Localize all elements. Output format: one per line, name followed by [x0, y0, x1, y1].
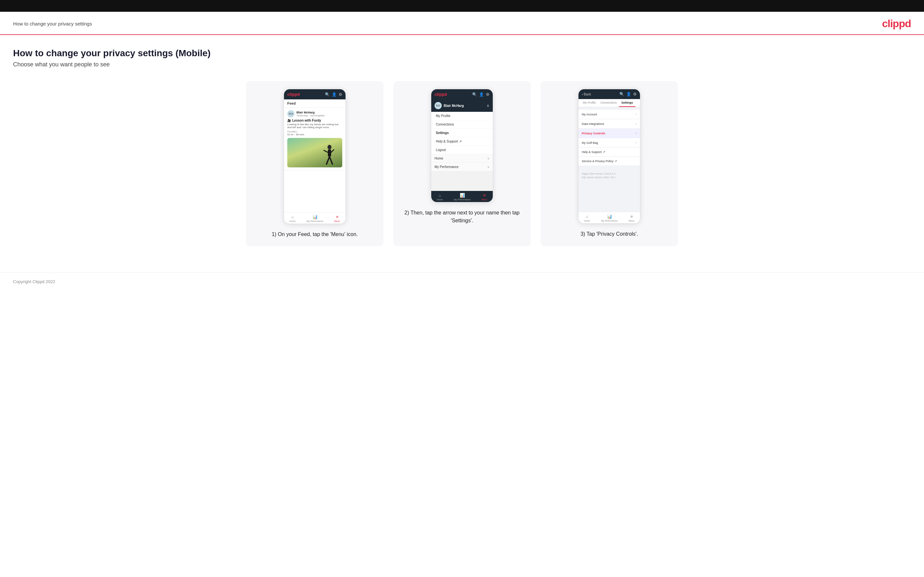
menu-overlay: BM Blair McHarg ∧ My Profile Connections… [431, 99, 493, 191]
settings-item-mygolfbag[interactable]: My Golf Bag › [578, 138, 640, 147]
main-content: How to change your privacy settings (Mob… [0, 35, 924, 266]
nav3-menu[interactable]: ≡ Menu [629, 214, 635, 222]
phone1-topbar: clippd 🔍 👤 ⚙ [284, 89, 346, 99]
lesson-desc: Looking to feel like my hands are exitin… [287, 123, 342, 129]
settings-icon3: ⚙ [633, 92, 637, 97]
dataintegrations-label: Data Integrations [582, 122, 604, 126]
step-3-phone: ‹ Back 🔍 👤 ⚙ My Profile Connections Sett… [578, 89, 640, 224]
step-3-caption: 3) Tap 'Privacy Controls'. [580, 230, 638, 238]
lesson-title: 🎥 Lesson with Fordy [287, 119, 342, 122]
privacycontrols-label: Privacy Controls [582, 132, 605, 135]
feed-golf-image [287, 138, 342, 168]
page-subheading: Choose what you want people to see [13, 61, 911, 68]
phone1-bottom-nav: ⌂ Home 📊 My Performance ≡ Menu [284, 212, 346, 224]
post-author-name: Blair McHarg [296, 111, 325, 114]
settings-item-helpsupport[interactable]: Help & Support ↗ [578, 148, 640, 156]
tab-connections[interactable]: Connections [598, 99, 619, 107]
nav-menu[interactable]: ≡ Menu [334, 214, 340, 222]
nav3-home: ⌂ Home [584, 214, 590, 222]
duration-value: 01 hr : 30 min [287, 133, 342, 136]
feed-post: BM Blair McHarg Yesterday · Sunningdale … [284, 108, 346, 170]
phone1-icons: 🔍 👤 ⚙ [325, 92, 342, 97]
menu-icon3[interactable]: ≡ [630, 214, 633, 219]
back-button[interactable]: ‹ Back [582, 92, 591, 96]
header-title: How to change your privacy settings [13, 21, 92, 26]
privacycontrols-chevron: › [636, 131, 637, 135]
nav-performance-label: My Performance [307, 220, 323, 222]
step-2-caption: 2) Then, tap the arrow next to your name… [401, 209, 523, 225]
svg-rect-1 [328, 149, 331, 156]
duration: Duration [287, 130, 342, 133]
search-icon2: 🔍 [472, 92, 477, 97]
avatar: BM [287, 110, 294, 118]
tab-settings[interactable]: Settings [619, 99, 635, 107]
post-header: BM Blair McHarg Yesterday · Sunningdale [287, 110, 342, 118]
menu-performance-label: My Performance [435, 165, 459, 169]
menu-section-performance[interactable]: My Performance ∨ [431, 163, 493, 171]
menu-item-help[interactable]: Help & Support ↗ [431, 137, 493, 146]
version-client: Clippd Client Version: 2022.8.3-3 [582, 172, 637, 176]
myaccount-chevron: › [636, 113, 637, 116]
performance-icon2: 📊 [460, 193, 465, 198]
svg-line-4 [324, 150, 328, 152]
settings-item-privacycontrols[interactable]: Privacy Controls › [578, 129, 640, 138]
phone3-bottom-nav: ⌂ Home 📊 My Performance ≡ Menu [578, 212, 640, 223]
menu-item-connections[interactable]: Connections [431, 120, 493, 129]
menu-bg-area [431, 171, 493, 191]
mygolfbag-chevron: › [636, 141, 637, 145]
menu-avatar: BM [435, 102, 442, 109]
nav-menu-label: Menu [334, 220, 340, 222]
menu-user-row: BM Blair McHarg ∧ [431, 99, 493, 112]
home-icon2: ⌂ [438, 193, 441, 198]
performance-icon: 📊 [312, 214, 318, 219]
performance-icon3: 📊 [607, 214, 612, 219]
menu-performance-chevron: ∨ [487, 165, 489, 169]
serviceprivacy-label: Service & Privacy Policy ↗ [582, 160, 617, 163]
settings-icon2: ⚙ [486, 92, 489, 97]
nav2-performance: 📊 My Performance [454, 193, 470, 201]
menu-item-myprofile[interactable]: My Profile [431, 112, 493, 120]
home-icon3: ⌂ [586, 214, 588, 219]
menu-section-home[interactable]: Home ∨ [431, 154, 493, 163]
menu-user-chevron[interactable]: ∧ [486, 103, 489, 108]
close-icon[interactable]: ✕ [483, 193, 486, 198]
nav-home: ⌂ Home [289, 214, 296, 222]
myaccount-label: My Account [582, 113, 597, 116]
feed-tab: Feed [284, 99, 346, 108]
phone2-bottom-nav: ⌂ Home 📊 My Performance ✕ Menu [431, 191, 493, 202]
phone2-logo: clippd [435, 92, 447, 97]
nav2-close[interactable]: ✕ Menu [481, 193, 488, 201]
menu-user-left: BM Blair McHarg [435, 102, 464, 109]
step-2-phone: clippd 🔍 👤 ⚙ BM Blair McHarg [431, 89, 493, 202]
phone1-logo: clippd [287, 92, 300, 97]
menu-item-settings[interactable]: Settings [431, 129, 493, 137]
step-1-caption: 1) On your Feed, tap the 'Menu' icon. [271, 230, 358, 239]
step-1-card: clippd 🔍 👤 ⚙ Feed BM Blair [246, 81, 383, 246]
step-2-card: clippd 🔍 👤 ⚙ BM Blair McHarg [393, 81, 531, 246]
footer: Copyright Clippd 2022 [0, 272, 924, 291]
settings-item-serviceprivacy[interactable]: Service & Privacy Policy ↗ [578, 157, 640, 165]
svg-point-0 [328, 145, 331, 149]
step-1-phone: clippd 🔍 👤 ⚙ Feed BM Blair [284, 89, 346, 224]
settings-item-myaccount[interactable]: My Account › [578, 110, 640, 119]
settings-item-dataintegrations[interactable]: Data Integrations › [578, 119, 640, 128]
nav2-home: ⌂ Home [437, 193, 443, 201]
menu-user-name: Blair McHarg [444, 104, 464, 108]
nav2-close-label: Menu [481, 198, 488, 201]
tab-myprofile[interactable]: My Profile [580, 99, 598, 107]
menu-item-logout[interactable]: Logout [431, 146, 493, 154]
svg-line-2 [326, 156, 330, 164]
nav3-home-label: Home [584, 220, 590, 222]
menu-home-label: Home [435, 156, 443, 160]
menu-icon[interactable]: ≡ [336, 214, 339, 219]
user-icon: 👤 [332, 92, 337, 97]
phone2-icons: 🔍 👤 ⚙ [472, 92, 489, 97]
settings-version: Clippd Client Version: 2022.8.3-3 GQL Se… [578, 169, 640, 182]
phone2-topbar: clippd 🔍 👤 ⚙ [431, 89, 493, 99]
svg-line-5 [331, 150, 334, 152]
phone1-content: BM Blair McHarg Yesterday · Sunningdale … [284, 108, 346, 212]
header: How to change your privacy settings clip… [0, 12, 924, 35]
steps-container: clippd 🔍 👤 ⚙ Feed BM Blair [13, 81, 911, 246]
copyright: Copyright Clippd 2022 [13, 279, 55, 284]
menu-home-chevron: ∨ [487, 156, 489, 160]
